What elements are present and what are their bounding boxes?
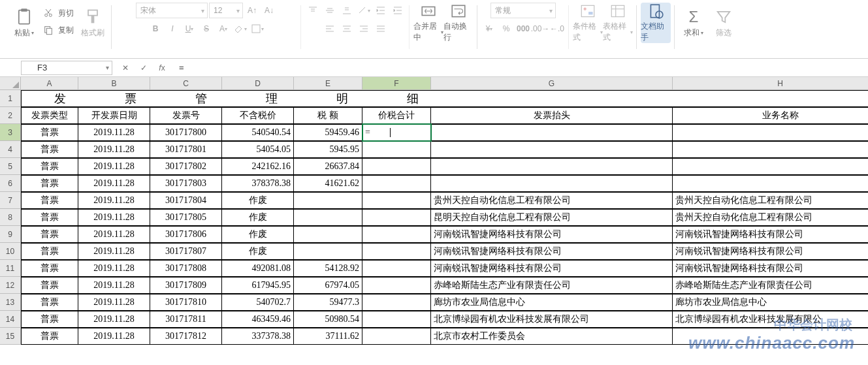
cell[interactable]: 301717803 bbox=[150, 175, 222, 192]
cell[interactable]: 普票 bbox=[21, 277, 78, 294]
border-button[interactable]: ▾ bbox=[249, 21, 265, 37]
align-left-button[interactable] bbox=[322, 21, 338, 37]
cell[interactable] bbox=[294, 226, 362, 243]
cell[interactable]: 2019.11.28 bbox=[78, 311, 150, 328]
cell[interactable]: 赤峰哈斯陆生态产业有限责任公司 bbox=[673, 277, 868, 294]
row-header-14[interactable]: 14 bbox=[0, 311, 21, 328]
cell[interactable]: 54054.05 bbox=[222, 141, 294, 158]
font-color-button[interactable]: A▾ bbox=[216, 21, 231, 37]
currency-button[interactable]: ¥▾ bbox=[481, 21, 497, 37]
row-header-13[interactable]: 13 bbox=[0, 294, 21, 311]
cell[interactable]: 59459.46 bbox=[294, 124, 362, 141]
cell[interactable]: 37111.62 bbox=[294, 328, 362, 345]
col-header-B[interactable]: B bbox=[78, 77, 150, 90]
bold-button[interactable]: B bbox=[148, 21, 163, 37]
cell[interactable]: 普票 bbox=[21, 209, 78, 226]
cell[interactable]: 昆明天控自动化信息工程有限公司 bbox=[431, 209, 673, 226]
conditional-format-button[interactable]: 条件格式▾ bbox=[573, 3, 603, 43]
cell[interactable]: 5945.95 bbox=[294, 141, 362, 158]
cell[interactable]: 67974.05 bbox=[294, 277, 362, 294]
cell[interactable]: 普票 bbox=[21, 226, 78, 243]
underline-button[interactable]: U▾ bbox=[182, 21, 197, 37]
col-header-A[interactable]: A bbox=[21, 77, 78, 90]
cell[interactable]: 301717807 bbox=[150, 243, 222, 260]
font-select[interactable]: 宋体 bbox=[136, 3, 208, 18]
cell[interactable]: 河南锐讯智捷网络科技有限公司 bbox=[431, 226, 673, 243]
cell[interactable] bbox=[362, 175, 431, 192]
cell[interactable]: 2019.11.28 bbox=[78, 158, 150, 175]
cell[interactable] bbox=[294, 209, 362, 226]
row-header-15[interactable]: 15 bbox=[0, 328, 21, 345]
align-bottom-button[interactable] bbox=[339, 3, 355, 18]
col-header-C[interactable]: C bbox=[150, 77, 222, 90]
cell[interactable]: 税 额 bbox=[294, 107, 362, 124]
font-size-select[interactable]: 12 bbox=[209, 3, 243, 18]
cell[interactable] bbox=[431, 175, 673, 192]
cell[interactable]: 492081.08 bbox=[222, 260, 294, 277]
cell[interactable]: 河南锐讯智捷网络科技有限公司 bbox=[673, 226, 868, 243]
cell[interactable]: 普票 bbox=[21, 328, 78, 345]
format-painter-button[interactable]: 格式刷 bbox=[78, 3, 108, 43]
row-header-12[interactable]: 12 bbox=[0, 277, 21, 294]
cell[interactable]: 廊坊市农业局信息中心 bbox=[673, 294, 868, 311]
row-header-8[interactable]: 8 bbox=[0, 209, 21, 226]
cell[interactable]: 作废 bbox=[222, 192, 294, 209]
cell[interactable]: 廊坊市农业局信息中心 bbox=[431, 294, 673, 311]
cell[interactable] bbox=[431, 141, 673, 158]
cell[interactable]: 26637.84 bbox=[294, 158, 362, 175]
col-header-E[interactable]: E bbox=[294, 77, 362, 90]
orientation-button[interactable]: ▾ bbox=[356, 3, 372, 18]
cell[interactable]: 普票 bbox=[21, 260, 78, 277]
cell[interactable]: 301717812 bbox=[150, 328, 222, 345]
cell[interactable] bbox=[673, 328, 868, 345]
row-header-10[interactable]: 10 bbox=[0, 243, 21, 260]
cell[interactable]: 301717805 bbox=[150, 209, 222, 226]
cell[interactable]: 301717802 bbox=[150, 158, 222, 175]
strikethrough-button[interactable]: S bbox=[199, 21, 214, 37]
col-header-H[interactable]: H bbox=[673, 77, 868, 90]
row-header-11[interactable]: 11 bbox=[0, 260, 21, 277]
cell[interactable]: 开发票日期 bbox=[78, 107, 150, 124]
cell[interactable] bbox=[673, 141, 868, 158]
italic-button[interactable]: I bbox=[165, 21, 180, 37]
name-box[interactable]: F3 bbox=[21, 61, 112, 75]
cell[interactable]: 301717801 bbox=[150, 141, 222, 158]
align-middle-button[interactable] bbox=[322, 3, 338, 18]
row-header-1[interactable]: 1 bbox=[0, 90, 21, 107]
percent-button[interactable]: % bbox=[498, 21, 514, 37]
cell[interactable]: 2019.11.28 bbox=[78, 294, 150, 311]
cell[interactable] bbox=[673, 158, 868, 175]
cell[interactable] bbox=[362, 277, 431, 294]
cell[interactable]: 河南锐讯智捷网络科技有限公司 bbox=[673, 260, 868, 277]
indent-decrease-button[interactable] bbox=[373, 3, 389, 18]
cell[interactable]: 50980.54 bbox=[294, 311, 362, 328]
cell[interactable]: 540540.54 bbox=[222, 124, 294, 141]
cell[interactable]: 2019.11.28 bbox=[78, 175, 150, 192]
decrease-decimal-button[interactable]: ←.0 bbox=[549, 21, 565, 37]
fx-button[interactable]: fx bbox=[155, 61, 169, 74]
cell[interactable] bbox=[431, 158, 673, 175]
cell[interactable]: 301717806 bbox=[150, 226, 222, 243]
cell[interactable]: 普票 bbox=[21, 243, 78, 260]
confirm-edit-button[interactable]: ✓ bbox=[137, 61, 150, 74]
row-header-5[interactable]: 5 bbox=[0, 158, 21, 175]
formula-input[interactable]: = bbox=[175, 61, 868, 75]
cell[interactable]: 普票 bbox=[21, 175, 78, 192]
sum-button[interactable]: Σ 求和▾ bbox=[679, 3, 709, 43]
cell[interactable]: 301717810 bbox=[150, 294, 222, 311]
cell[interactable]: = bbox=[362, 124, 431, 141]
cell[interactable]: 业务名称 bbox=[673, 107, 868, 124]
cell[interactable]: 发票号 bbox=[150, 107, 222, 124]
cell[interactable]: 2019.11.28 bbox=[78, 226, 150, 243]
table-style-button[interactable]: 表格样式▾ bbox=[603, 3, 633, 43]
row-header-6[interactable]: 6 bbox=[0, 175, 21, 192]
cell[interactable] bbox=[362, 294, 431, 311]
cell[interactable]: 463459.46 bbox=[222, 311, 294, 328]
wrap-text-button[interactable]: 自动换行 bbox=[443, 3, 474, 43]
filter-button[interactable]: 筛选 bbox=[709, 3, 739, 43]
cell[interactable] bbox=[362, 243, 431, 260]
cell[interactable]: 价税合计 bbox=[362, 107, 431, 124]
row-header-3[interactable]: 3 bbox=[0, 124, 21, 141]
cell[interactable] bbox=[362, 141, 431, 158]
cell[interactable]: 540702.7 bbox=[222, 294, 294, 311]
